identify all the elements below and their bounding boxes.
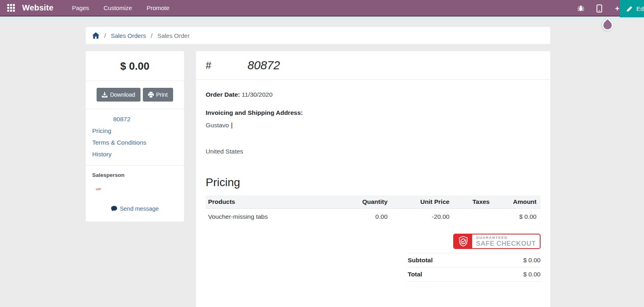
cell-taxes (454, 209, 494, 225)
subnav-strip (0, 17, 644, 19)
pricing-table: Products Quantity Unit Price Taxes Amoun… (206, 195, 541, 225)
pencil-icon (626, 6, 633, 12)
sales-order-card: # 80872 Order Date: 11/30/2020 Invoicing… (196, 51, 550, 307)
badge-text: GUARANTEED SAFE CHECKOUT (472, 234, 540, 248)
breadcrumb-separator: / (151, 32, 153, 39)
sidebar-nav: 80872 Pricing Terms & Conditions History (86, 109, 184, 166)
menu-promote[interactable]: Promote (147, 4, 169, 11)
cell-amount: $ 0.00 (494, 209, 541, 225)
total-row: Total $ 0.00 (408, 268, 541, 282)
customer-name: Gustavo (206, 122, 229, 129)
order-date-line: Order Date: 11/30/2020 (206, 91, 541, 98)
badge-guaranteed-label: GUARANTEED (476, 236, 536, 240)
top-navbar: Website Pages Customize Promote (0, 0, 644, 17)
edit-button-label: Edit (636, 5, 644, 12)
actions-section: Download Print (86, 81, 184, 109)
breadcrumb-sales-orders[interactable]: Sales Orders (111, 32, 146, 39)
amount-section: $ 0.00 (86, 51, 184, 81)
sidebar-link-pricing[interactable]: Pricing (92, 127, 184, 135)
pricing-section-title: Pricing (206, 176, 541, 189)
order-number-prefix: # (206, 60, 211, 71)
menu-pages[interactable]: Pages (72, 4, 89, 11)
download-icon (102, 92, 107, 97)
badge-row: GUARANTEED SAFE CHECKOUT (206, 234, 541, 249)
send-message-label: Send message (120, 205, 159, 212)
col-amount: Amount (494, 195, 541, 209)
edit-button[interactable]: Edit (620, 0, 644, 17)
shield-check-icon (454, 234, 472, 248)
col-quantity: Quantity (350, 195, 392, 209)
order-date-label: Order Date: (206, 91, 240, 98)
plus-icon: + (615, 4, 619, 12)
home-icon[interactable] (92, 32, 99, 39)
order-sidebar: $ 0.00 Download Print 80872 P (86, 51, 184, 222)
salesperson-section: Salesperson Send message (86, 166, 184, 222)
print-button-label: Print (156, 91, 168, 98)
breadcrumb: / Sales Orders / Sales Order (86, 27, 550, 44)
chat-bubble-icon (111, 206, 117, 212)
order-date-value: 11/30/2020 (240, 91, 272, 98)
print-button[interactable]: Print (143, 88, 173, 102)
order-amount: $ 0.00 (120, 60, 149, 72)
cell-product: Voucher-missing tabs (206, 209, 350, 225)
apps-menu-icon[interactable] (7, 4, 15, 12)
pricing-table-header-row: Products Quantity Unit Price Taxes Amoun… (206, 195, 541, 209)
order-header: # 80872 (196, 51, 550, 80)
customer-name-line: Gustavo (206, 122, 541, 129)
col-taxes: Taxes (454, 195, 494, 209)
debug-bug-icon[interactable] (574, 5, 588, 12)
salesperson-label: Salesperson (92, 172, 178, 178)
send-message-link[interactable]: Send message (92, 205, 178, 212)
brand-title[interactable]: Website (22, 3, 54, 12)
total-value: $ 0.00 (523, 271, 541, 278)
total-label: Total (408, 271, 422, 278)
sidebar-link-history[interactable]: History (92, 151, 184, 158)
redaction-mark (231, 122, 232, 129)
redacted-salesperson-name (96, 188, 101, 191)
download-button-label: Download (110, 91, 135, 98)
mobile-preview-icon[interactable] (592, 4, 606, 12)
customer-country: United States (206, 148, 541, 155)
main-menu: Pages Customize Promote (72, 4, 169, 11)
safe-checkout-badge: GUARANTEED SAFE CHECKOUT (453, 234, 541, 249)
table-row: Voucher-missing tabs 0.00 -20.00 $ 0.00 (206, 209, 541, 225)
order-number: 80872 (248, 59, 280, 72)
download-button[interactable]: Download (97, 88, 140, 102)
order-body: Order Date: 11/30/2020 Invoicing and Shi… (196, 80, 550, 282)
col-unit-price: Unit Price (392, 195, 454, 209)
col-products: Products (206, 195, 350, 209)
droplet-indicator (600, 17, 615, 33)
print-icon (148, 92, 154, 97)
badge-safe-checkout-label: SAFE CHECKOUT (476, 240, 536, 247)
breadcrumb-current: Sales Order (157, 32, 190, 39)
menu-customize[interactable]: Customize (103, 4, 132, 11)
subtotal-label: Subtotal (408, 257, 433, 264)
sidebar-link-terms[interactable]: Terms & Conditions (92, 139, 184, 146)
subtotal-row: Subtotal $ 0.00 (408, 253, 541, 268)
cell-quantity: 0.00 (350, 209, 392, 225)
subtotal-value: $ 0.00 (523, 257, 541, 264)
totals-table: Subtotal $ 0.00 Total $ 0.00 (408, 253, 541, 282)
sidebar-link-order-number[interactable]: 80872 (92, 116, 184, 123)
breadcrumb-separator: / (104, 32, 106, 39)
cell-unit-price: -20.00 (392, 209, 454, 225)
address-label: Invoicing and Shipping Address: (206, 109, 541, 116)
